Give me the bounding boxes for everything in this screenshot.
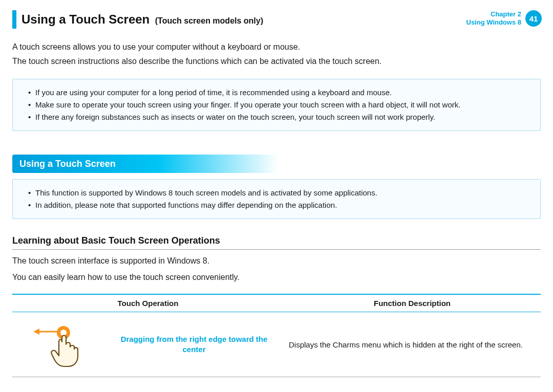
note-box-top: If you are using your computer for a lon…	[12, 79, 541, 131]
touch-operations-table: Touch Operation Function Description	[12, 294, 541, 377]
gesture-cell	[12, 312, 104, 377]
chapter-text: Chapter 2 Using Windows 8	[466, 10, 522, 27]
description-cell: Displays the Charms menu which is hidden…	[284, 312, 541, 377]
page-header: Using a Touch Screen (Touch screen model…	[0, 0, 553, 33]
chapter-line2: Using Windows 8	[466, 18, 522, 27]
chapter-block: Chapter 2 Using Windows 8 41	[466, 10, 542, 27]
gesture-drag-left-icon	[30, 321, 87, 367]
note-item: This function is supported by Windows 8 …	[28, 187, 531, 199]
intro-p2: The touch screen instructions also descr…	[12, 55, 541, 68]
subheading-text: Learning about Basic Touch Screen Operat…	[12, 235, 541, 246]
note-item: If you are using your computer for a lon…	[28, 86, 531, 99]
note-item: If there any foreign substances such as …	[28, 111, 531, 123]
accent-bar	[12, 10, 16, 29]
sub-intro-p2: You can easily learn how to use the touc…	[12, 271, 541, 284]
intro-p1: A touch screens allows you to use your c…	[12, 41, 541, 53]
sub-intro-p1: The touch screen interface is supported …	[12, 255, 541, 267]
title-block: Using a Touch Screen (Touch screen model…	[12, 10, 466, 29]
note-item: Make sure to operate your touch screen u…	[28, 99, 531, 111]
table-header-description: Function Description	[284, 294, 541, 312]
operation-cell: Dragging from the right edge toward the …	[104, 312, 284, 377]
intro-text: A touch screens allows you to use your c…	[12, 41, 541, 68]
table-row: Dragging from the right edge toward the …	[12, 312, 541, 377]
page-title: Using a Touch Screen	[22, 12, 150, 26]
subheading: Learning about Basic Touch Screen Operat…	[12, 235, 541, 250]
section-heading: Using a Touch Screen	[12, 155, 279, 173]
svg-marker-1	[33, 329, 39, 335]
table-header-operation: Touch Operation	[12, 294, 284, 312]
operation-name: Dragging from the right edge toward the …	[110, 334, 279, 355]
note-item: In addition, please note that supported …	[28, 199, 531, 211]
chapter-line1: Chapter 2	[466, 10, 522, 18]
page-number-badge: 41	[525, 10, 542, 27]
sub-intro: The touch screen interface is supported …	[12, 255, 541, 284]
svg-point-3	[60, 330, 67, 336]
page-subtitle: (Touch screen models only)	[155, 16, 263, 25]
note-box-mid: This function is supported by Windows 8 …	[12, 179, 541, 219]
